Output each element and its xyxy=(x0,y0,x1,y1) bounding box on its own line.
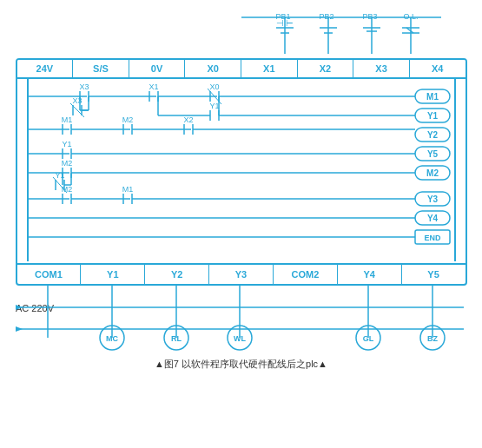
footer-y2: Y2 xyxy=(145,265,209,284)
svg-text:Y4: Y4 xyxy=(426,214,438,223)
svg-text:Y1: Y1 xyxy=(426,111,438,121)
svg-line-18 xyxy=(406,28,413,33)
footer-y4: Y4 xyxy=(338,265,402,284)
svg-text:M1: M1 xyxy=(61,115,72,124)
top-power-section: ⊣ ⊢ PB1 PB2 PB3 O.L. xyxy=(16,9,467,56)
header-x1: X1 xyxy=(241,60,298,77)
svg-text:O.L.: O.L. xyxy=(403,12,418,21)
svg-marker-111 xyxy=(16,326,23,332)
svg-text:Y1: Y1 xyxy=(209,102,219,110)
main-container: ⊣ ⊢ PB1 PB2 PB3 O.L. 24V S/S 0V X0 X xyxy=(16,9,467,371)
svg-text:PB1: PB1 xyxy=(275,12,290,21)
header-x4: X4 xyxy=(410,60,465,77)
diagram-caption: ▲图7 以软件程序取代硬件配线后之plc▲ xyxy=(16,358,467,371)
svg-text:M2: M2 xyxy=(61,159,72,168)
svg-text:X3: X3 xyxy=(72,96,82,105)
svg-text:Y5: Y5 xyxy=(426,149,438,159)
header-0v: 0V xyxy=(129,60,186,77)
plc-box: 24V S/S 0V X0 X1 X2 X3 X4 M1 xyxy=(16,58,467,286)
svg-text:RL: RL xyxy=(171,334,182,343)
svg-text:M2: M2 xyxy=(122,115,133,124)
footer-row: COM1 Y1 Y2 Y3 COM2 Y4 Y5 xyxy=(17,263,465,284)
footer-y5: Y5 xyxy=(402,265,465,284)
svg-text:X3: X3 xyxy=(79,82,89,91)
svg-text:X0: X0 xyxy=(209,82,219,91)
header-x3: X3 xyxy=(353,60,410,77)
svg-text:WL: WL xyxy=(234,334,246,343)
header-24v: 24V xyxy=(17,60,74,77)
svg-text:MC: MC xyxy=(106,334,118,343)
svg-text:M2: M2 xyxy=(61,185,72,194)
svg-text:Y3: Y3 xyxy=(426,194,438,204)
svg-text:PB2: PB2 xyxy=(319,12,333,21)
svg-text:X2: X2 xyxy=(183,115,193,124)
svg-text:AC 220V: AC 220V xyxy=(16,303,55,313)
svg-text:GL: GL xyxy=(362,334,373,343)
footer-com1: COM1 xyxy=(17,265,82,284)
footer-com2: COM2 xyxy=(274,265,338,284)
header-x2: X2 xyxy=(298,60,354,77)
svg-text:BZ: BZ xyxy=(427,334,438,343)
header-row: 24V S/S 0V X0 X1 X2 X3 X4 xyxy=(17,60,465,79)
svg-text:X1: X1 xyxy=(149,82,158,91)
svg-text:M1: M1 xyxy=(426,92,439,102)
footer-y1: Y1 xyxy=(81,265,145,284)
footer-y3: Y3 xyxy=(209,265,274,284)
svg-text:Y2: Y2 xyxy=(426,130,438,140)
ladder-diagram: M1 Y1 Y2 Y5 M2 Y3 Y4 xyxy=(17,79,465,261)
svg-text:Y1: Y1 xyxy=(55,171,64,180)
bottom-connections: AC 220V MC RL xyxy=(16,286,464,351)
header-ss: S/S xyxy=(73,60,129,77)
svg-text:END: END xyxy=(424,234,441,242)
svg-text:M2: M2 xyxy=(426,168,439,178)
header-x0: X0 xyxy=(185,60,241,77)
svg-text:PB3: PB3 xyxy=(362,12,377,21)
plc-diagram: ⊣ ⊢ PB1 PB2 PB3 O.L. 24V S/S 0V X0 X xyxy=(16,9,467,352)
svg-text:Y1: Y1 xyxy=(62,140,71,148)
svg-text:M1: M1 xyxy=(122,185,133,194)
